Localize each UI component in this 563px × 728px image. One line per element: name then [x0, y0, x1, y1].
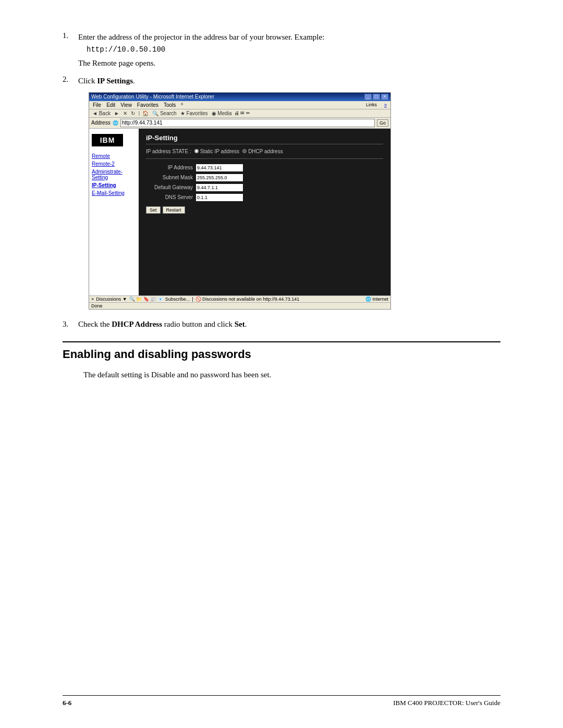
- browser-toolbar: ◄ Back ► ✕ ↻ | 🏠 🔍 Search ★ Favorites ◉ …: [89, 109, 390, 118]
- subnet-mask-label: Subnet Mask: [146, 175, 193, 180]
- step-2-text: Click IP Settings.: [78, 75, 500, 87]
- done-status: Done: [91, 303, 103, 309]
- browser-bottombar: Done: [89, 302, 390, 309]
- menu-view[interactable]: View: [118, 102, 134, 108]
- set-button[interactable]: Set: [146, 206, 161, 214]
- browser-screenshot: Web Configuration Utility - Microsoft In…: [89, 92, 391, 310]
- browser-title: Web Configuration Utility - Microsoft In…: [91, 94, 214, 100]
- step-number-1: 1.: [63, 31, 73, 71]
- menu-file[interactable]: File: [90, 102, 104, 108]
- static-ip-label: Static IP address: [200, 149, 239, 154]
- status-left: × Discussions ▼ 🔍 📁 🔖 📰 📧 Subscribe... |…: [91, 297, 362, 302]
- browser-menubar: File Edit View Favorites Tools ⁰ Links »: [89, 101, 390, 109]
- sidebar-link-email[interactable]: E-Mail-Setting: [92, 190, 136, 196]
- status-right: 🌐 Internet: [365, 297, 388, 302]
- ibm-logo: IBM: [92, 134, 123, 146]
- minimize-btn[interactable]: _: [364, 94, 372, 100]
- step-3: 3. Check the DHCP Address radio button a…: [63, 320, 500, 329]
- status-close-icon: ×: [91, 297, 94, 302]
- ip-address-label: IP Address: [146, 165, 193, 170]
- status-icons: 🔍 📁 🔖 📰 📧: [129, 297, 163, 302]
- internet-zone: 🌐 Internet: [365, 297, 388, 302]
- sidebar-link-remote2[interactable]: Remote-2: [92, 161, 136, 167]
- url-example: http://10.0.50.100: [87, 44, 500, 55]
- refresh-btn[interactable]: ↻: [130, 110, 136, 116]
- dns-server-input[interactable]: [196, 194, 243, 201]
- dhcp-label: DHCP address: [248, 149, 283, 154]
- sidebar-link-ipsetting[interactable]: IP-Setting: [92, 182, 136, 189]
- ip-address-input[interactable]: [196, 164, 243, 171]
- ip-state-label: IP address STATE :: [146, 149, 191, 154]
- sidebar-link-admin[interactable]: Administrate-Setting: [92, 168, 136, 181]
- footer-title: IBM C400 PROJECTOR: User's Guide: [393, 699, 500, 707]
- toolbar-separator: |: [139, 110, 140, 116]
- media-btn[interactable]: ◉ Media: [211, 110, 233, 116]
- default-gateway-label: Default Gateway: [146, 184, 193, 190]
- title-buttons: _ □ ×: [364, 94, 388, 100]
- go-button[interactable]: Go: [377, 119, 388, 127]
- search-btn[interactable]: 🔍 Search: [151, 110, 177, 116]
- browser-statusbar: × Discussions ▼ 🔍 📁 🔖 📰 📧 Subscribe... |…: [89, 295, 390, 302]
- step-2: 2. Click IP Settings. Web Configuration …: [63, 75, 500, 315]
- maximize-btn[interactable]: □: [373, 94, 380, 100]
- static-ip-dot: [194, 149, 199, 153]
- status-message: 🚫 Discussions not available on http://9.…: [195, 297, 300, 302]
- favorites-btn[interactable]: ★ Favorites: [179, 110, 209, 116]
- default-gateway-input[interactable]: [196, 184, 243, 191]
- restart-button[interactable]: Restart: [163, 206, 185, 214]
- ip-address-row: IP Address: [146, 164, 383, 171]
- home-btn[interactable]: 🏠: [141, 110, 150, 116]
- browser-sidebar: IBM Remote Remote-2 Administrate-Setting…: [89, 129, 139, 295]
- subnet-mask-row: Subnet Mask: [146, 174, 383, 181]
- footer-page-number: 6-6: [63, 699, 71, 707]
- section-heading: Enabling and disabling passwords: [63, 341, 500, 361]
- close-btn[interactable]: ×: [381, 94, 388, 100]
- dns-server-label: DNS Server: [146, 194, 193, 200]
- step-3-text: Check the DHCP Address radio button and …: [78, 320, 247, 329]
- ip-state-row: IP address STATE : Static IP address DHC…: [146, 149, 383, 159]
- browser-titlebar: Web Configuration Utility - Microsoft In…: [89, 93, 390, 101]
- browser-content: IBM Remote Remote-2 Administrate-Setting…: [89, 129, 390, 295]
- step-1-content: Enter the address of the projector in th…: [78, 31, 500, 71]
- links-btn[interactable]: »: [382, 102, 389, 108]
- menu-help[interactable]: ⁰: [178, 102, 186, 108]
- address-input[interactable]: [120, 119, 375, 127]
- sidebar-link-remote[interactable]: Remote: [92, 153, 136, 159]
- menu-favorites[interactable]: Favorites: [134, 102, 161, 108]
- page-footer: 6-6 IBM C400 PROJECTOR: User's Guide: [63, 695, 500, 707]
- step-number-2: 2.: [63, 75, 73, 315]
- toolbar-icons: 🖨 ✉ ✏: [235, 110, 250, 116]
- subnet-mask-input[interactable]: [196, 174, 243, 181]
- links-label: Links: [363, 102, 380, 108]
- address-label: Address: [91, 120, 111, 126]
- dhcp-dot: [242, 149, 247, 153]
- browser-main-panel: iP-Setting IP address STATE : Static IP …: [139, 129, 390, 295]
- action-buttons: Set Restart: [146, 206, 383, 214]
- static-ip-radio[interactable]: Static IP address: [194, 149, 239, 154]
- section-body: The default setting is Disable and no pa…: [83, 368, 500, 381]
- menu-tools[interactable]: Tools: [161, 102, 178, 108]
- address-icon: 🌐: [113, 120, 118, 126]
- back-btn[interactable]: ◄ Back: [91, 110, 112, 116]
- dhcp-radio[interactable]: DHCP address: [242, 149, 283, 154]
- forward-btn[interactable]: ►: [113, 110, 120, 116]
- address-bar: Address 🌐 Go: [89, 118, 390, 129]
- dns-server-row: DNS Server: [146, 194, 383, 201]
- step-2-content: Click IP Settings. Web Configuration Uti…: [78, 75, 500, 315]
- status-separator: |: [192, 297, 193, 302]
- step-1: 1. Enter the address of the projector in…: [63, 31, 500, 71]
- discussions-btn[interactable]: Discussions ▼: [96, 297, 127, 302]
- ip-setting-title: iP-Setting: [146, 134, 383, 144]
- step-number-3: 3.: [63, 320, 73, 329]
- subscribe-btn[interactable]: Subscribe...: [165, 297, 190, 302]
- default-gateway-row: Default Gateway: [146, 184, 383, 191]
- step-1-subtext: The Remote page opens.: [78, 57, 500, 69]
- stop-btn[interactable]: ✕: [122, 110, 128, 116]
- menu-edit[interactable]: Edit: [104, 102, 118, 108]
- step-1-text: Enter the address of the projector in th…: [78, 31, 500, 55]
